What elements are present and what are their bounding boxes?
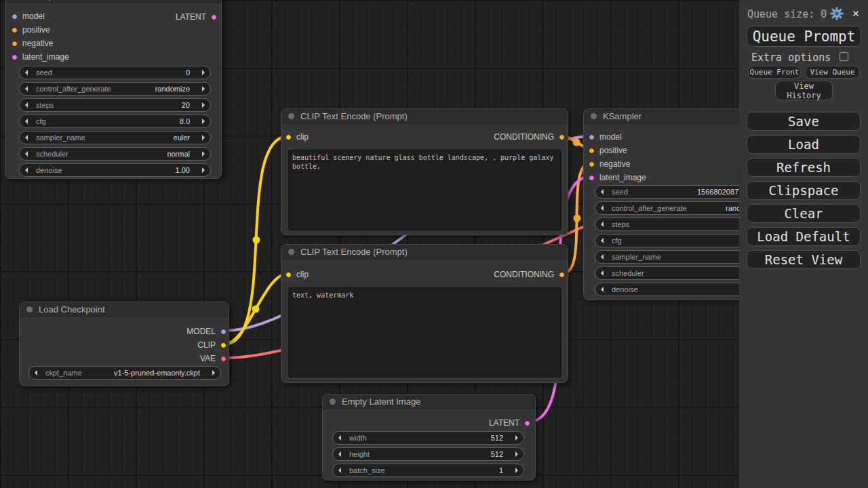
decrement-arrow-icon[interactable] <box>601 189 604 195</box>
reset-view-button[interactable]: Reset View <box>747 250 861 269</box>
node-ksampler-left[interactable]: KSampler model positive negative latent_… <box>5 0 222 179</box>
decrement-arrow-icon[interactable] <box>338 435 341 441</box>
increment-arrow-icon[interactable] <box>202 135 205 140</box>
input-port-latent-image[interactable]: latent_image <box>589 171 646 184</box>
queue-prompt-button[interactable]: Queue Prompt <box>747 26 861 47</box>
port-dot-conditioning[interactable] <box>559 134 565 140</box>
port-dot-model[interactable] <box>589 134 595 140</box>
decrement-arrow-icon[interactable] <box>25 119 28 124</box>
input-port-model[interactable]: model <box>12 9 45 23</box>
collapse-dot-icon[interactable] <box>26 306 33 312</box>
input-port-positive[interactable]: positive <box>12 23 50 37</box>
output-port-latent[interactable]: LATENT <box>176 10 217 24</box>
port-dot-clip[interactable] <box>285 134 292 140</box>
input-port-model[interactable]: model <box>589 130 622 144</box>
widget-denoise[interactable]: denoise 1.00 <box>19 163 211 177</box>
collapse-dot-icon[interactable] <box>591 113 597 119</box>
decrement-arrow-icon[interactable] <box>601 238 604 243</box>
queue-front-button[interactable]: Queue Front <box>748 66 801 79</box>
port-dot-clip[interactable] <box>220 342 226 348</box>
decrement-arrow-icon[interactable] <box>25 70 28 75</box>
port-dot-clip[interactable] <box>285 272 292 278</box>
save-button[interactable]: Save <box>747 112 861 131</box>
node-header[interactable]: CLIP Text Encode (Prompt) <box>281 245 568 260</box>
close-icon[interactable]: ✕ <box>849 5 863 20</box>
widget-batch-size[interactable]: batch_size 1 <box>332 464 524 477</box>
increment-arrow-icon[interactable] <box>202 70 205 75</box>
settings-gear-icon[interactable] <box>829 6 844 21</box>
decrement-arrow-icon[interactable] <box>601 205 604 211</box>
widget-scheduler[interactable]: scheduler normal <box>19 147 211 161</box>
decrement-arrow-icon[interactable] <box>338 468 341 473</box>
collapse-dot-icon[interactable] <box>288 113 294 119</box>
node-header[interactable]: Load Checkpoint <box>20 302 229 317</box>
decrement-arrow-icon[interactable] <box>25 102 28 108</box>
node-clip-text-encode-negative[interactable]: CLIP Text Encode (Prompt) clip CONDITION… <box>281 244 568 383</box>
prompt-textarea[interactable]: text, watermark <box>288 287 561 378</box>
increment-arrow-icon[interactable] <box>515 468 518 473</box>
input-port-clip[interactable]: clip <box>285 130 309 144</box>
port-dot-conditioning[interactable] <box>589 148 595 154</box>
increment-arrow-icon[interactable] <box>202 167 205 173</box>
increment-arrow-icon[interactable] <box>202 102 205 108</box>
port-dot-model[interactable] <box>220 329 226 335</box>
decrement-arrow-icon[interactable] <box>25 86 28 92</box>
output-port-conditioning[interactable]: CONDITIONING <box>494 268 565 281</box>
input-port-negative[interactable]: negative <box>12 37 53 50</box>
collapse-dot-icon[interactable] <box>330 399 336 405</box>
increment-arrow-icon[interactable] <box>202 151 205 157</box>
port-dot-latent[interactable] <box>211 14 217 20</box>
node-header[interactable]: CLIP Text Encode (Prompt) <box>281 109 568 124</box>
widget-control-after-generate[interactable]: control_after_generate randomize <box>19 82 211 96</box>
increment-arrow-icon[interactable] <box>515 451 518 457</box>
collapse-dot-icon[interactable] <box>288 249 294 255</box>
decrement-arrow-icon[interactable] <box>601 270 604 276</box>
port-dot-conditioning[interactable] <box>559 272 565 278</box>
increment-arrow-icon[interactable] <box>515 435 518 441</box>
clipspace-button[interactable]: Clipspace <box>747 181 861 200</box>
port-dot-vae[interactable] <box>220 356 226 362</box>
node-header[interactable]: Empty Latent Image <box>323 394 535 409</box>
widget-steps[interactable]: steps 20 <box>19 98 211 112</box>
widget-height[interactable]: height 512 <box>332 447 524 461</box>
node-header[interactable]: KSampler <box>5 0 221 3</box>
increment-arrow-icon[interactable] <box>202 86 205 92</box>
load-default-button[interactable]: Load Default <box>747 227 861 246</box>
widget-width[interactable]: width 512 <box>332 431 524 445</box>
node-empty-latent-image[interactable]: Empty Latent Image LATENT width 512 heig… <box>322 394 536 481</box>
decrement-arrow-icon[interactable] <box>601 254 604 260</box>
port-dot-latent[interactable] <box>524 420 530 426</box>
port-dot-conditioning[interactable] <box>12 27 18 33</box>
port-dot-model[interactable] <box>12 14 18 20</box>
decrement-arrow-icon[interactable] <box>338 451 341 457</box>
extra-options-checkbox[interactable] <box>840 52 848 61</box>
refresh-button[interactable]: Refresh <box>747 158 861 177</box>
output-port-clip[interactable]: CLIP <box>197 338 226 352</box>
decrement-arrow-icon[interactable] <box>25 151 28 157</box>
increment-arrow-icon[interactable] <box>202 119 205 124</box>
input-port-negative[interactable]: negative <box>589 157 630 171</box>
widget-ckpt-name[interactable]: ckpt_name v1-5-pruned-emaonly.ckpt <box>28 366 221 380</box>
output-port-latent[interactable]: LATENT <box>489 416 530 430</box>
increment-arrow-icon[interactable] <box>212 370 215 375</box>
decrement-arrow-icon[interactable] <box>601 222 604 227</box>
clear-button[interactable]: Clear <box>747 204 861 223</box>
node-load-checkpoint[interactable]: Load Checkpoint MODEL CLIP VAE ckpt_name… <box>19 302 229 386</box>
comfyui-canvas[interactable]: { "colors": { "model": "#B39DDB", "clip"… <box>0 0 868 488</box>
port-dot-latent[interactable] <box>12 54 18 60</box>
input-port-latent-image[interactable]: latent_image <box>12 50 69 64</box>
port-dot-conditioning[interactable] <box>12 41 18 47</box>
view-history-button[interactable]: View History <box>775 81 833 100</box>
input-port-clip[interactable]: clip <box>285 268 309 281</box>
output-port-conditioning[interactable]: CONDITIONING <box>494 130 565 144</box>
load-button[interactable]: Load <box>747 135 861 154</box>
decrement-arrow-icon[interactable] <box>601 287 604 292</box>
port-dot-conditioning[interactable] <box>589 161 595 167</box>
decrement-arrow-icon[interactable] <box>25 135 28 140</box>
node-clip-text-encode-positive[interactable]: CLIP Text Encode (Prompt) clip CONDITION… <box>281 108 568 235</box>
widget-seed[interactable]: seed 0 <box>19 66 211 79</box>
decrement-arrow-icon[interactable] <box>25 167 28 173</box>
input-port-positive[interactable]: positive <box>589 144 627 157</box>
widget-cfg[interactable]: cfg 8.0 <box>19 115 211 128</box>
output-port-model[interactable]: MODEL <box>186 325 226 338</box>
